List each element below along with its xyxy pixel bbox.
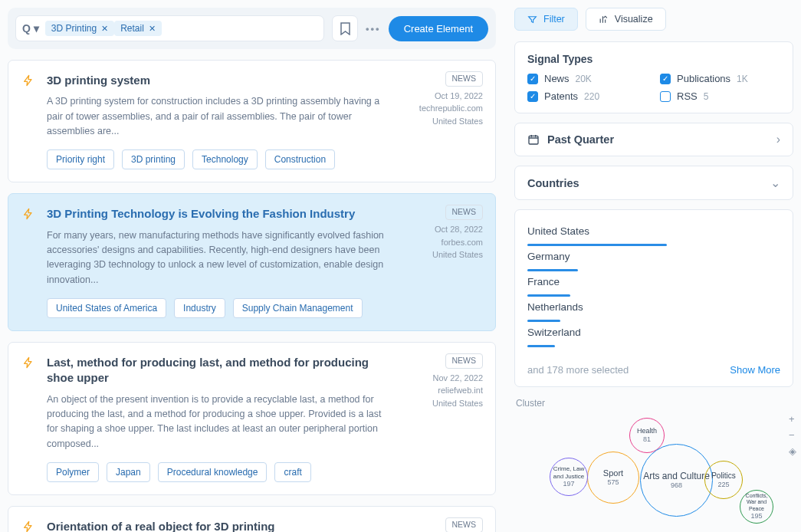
result-tag[interactable]: Priority right (47, 149, 114, 169)
bubble-name: Politics (711, 471, 736, 481)
signal-type-item[interactable]: ✓ Patents 220 (527, 90, 648, 102)
cluster-chart[interactable]: + − ◈ Health 81Sport 575Arts and Culture… (514, 413, 793, 532)
signal-count: 20K (576, 74, 592, 84)
country-name: Switzerland (527, 322, 780, 343)
country-item[interactable]: United States (527, 221, 780, 246)
show-more-link[interactable]: Show More (730, 364, 780, 376)
remove-chip-icon[interactable]: ✕ (101, 24, 108, 34)
bubble-name: Arts and Culture (643, 471, 710, 481)
country-item[interactable]: France (527, 271, 780, 297)
countries-panel: United States Germany France Netherlands… (514, 209, 793, 387)
result-tag[interactable]: Supply Chain Management (233, 298, 363, 318)
result-meta: NEWS Oct 28, 2022 forbes.com United Stat… (432, 205, 483, 261)
result-tag[interactable]: Technology (192, 149, 258, 169)
bubble-name: Conflicts, War and Peace (740, 493, 773, 512)
filter-button[interactable]: Filter (514, 8, 578, 31)
result-description: An object of the present invention is to… (47, 392, 395, 452)
country-name: France (527, 271, 780, 292)
result-card[interactable]: Last, method for producing last, and met… (8, 342, 496, 495)
bubble-count: 81 (643, 435, 651, 444)
past-quarter-label: Past Quarter (547, 133, 614, 146)
result-badge: NEWS (445, 205, 484, 220)
filter-chip[interactable]: Retail✕ (114, 21, 162, 36)
result-card[interactable]: Orientation of a real object for 3D prin… (8, 506, 496, 532)
cluster-bubble[interactable]: Conflicts, War and Peace 195 (740, 490, 773, 524)
bubble-count: 225 (717, 481, 729, 489)
result-tag[interactable]: 3D printing (122, 149, 185, 169)
chevron-down-icon: ⌄ (770, 176, 780, 190)
bolt-icon (22, 519, 38, 532)
cluster-bubble[interactable]: Arts and Culture 968 (640, 444, 713, 517)
country-name: Netherlands (527, 297, 780, 317)
result-tag[interactable]: Construction (265, 149, 335, 169)
bubble-name: Crime, Law and Justice (550, 465, 587, 480)
signal-type-item[interactable]: ✓ Publications 1K (660, 73, 780, 84)
result-meta: NEWS Nov 22, 2022 reliefweb.int United S… (432, 353, 483, 409)
result-tag[interactable]: Japan (107, 462, 150, 482)
zoom-out-button[interactable]: − (789, 429, 796, 441)
result-location: United States (432, 399, 483, 408)
svg-rect-0 (529, 136, 538, 144)
result-date: Oct 19, 2022 (435, 91, 483, 100)
result-location: United States (432, 117, 483, 126)
zoom-in-button[interactable]: + (789, 413, 796, 425)
search-input[interactable]: Q ▾ 3D Printing✕Retail✕ (15, 15, 324, 41)
cluster-bubble[interactable]: Politics 225 (704, 461, 743, 499)
result-tag[interactable]: Polymer (47, 462, 99, 482)
checkbox-icon (660, 91, 671, 102)
result-title: Orientation of a real object for 3D prin… (47, 519, 386, 532)
signal-label: Publications (677, 73, 730, 84)
result-description: A 3D printing system for construction in… (47, 94, 395, 139)
bubble-count: 195 (750, 512, 762, 521)
result-source: techrepublic.com (419, 103, 483, 113)
result-title: Last, method for producing last, and met… (47, 355, 386, 386)
search-icon: Q ▾ (22, 22, 39, 34)
result-badge: NEWS (445, 71, 484, 87)
country-item[interactable]: Netherlands (527, 297, 780, 322)
result-tag[interactable]: Industry (174, 298, 225, 318)
result-source: reliefweb.int (438, 386, 483, 395)
bookmark-button[interactable] (332, 15, 358, 41)
signal-count: 220 (584, 91, 599, 102)
result-date: Oct 28, 2022 (435, 225, 483, 234)
more-button[interactable]: ••• (366, 23, 381, 34)
result-card[interactable]: 3D printing system A 3D printing system … (8, 60, 496, 182)
signal-count: 1K (737, 74, 748, 84)
signal-label: Patents (544, 90, 578, 102)
signal-types-panel: Signal Types ✓ News 20K✓ Publications 1K… (514, 41, 793, 113)
result-tag[interactable]: craft (274, 462, 310, 482)
result-badge: NEWS (445, 353, 484, 369)
countries-row[interactable]: Countries ⌄ (514, 166, 793, 200)
bubble-name: Sport (603, 468, 623, 478)
country-name: Germany (527, 246, 780, 267)
signal-type-item[interactable]: ✓ News 20K (527, 73, 648, 84)
result-title: 3D printing system (47, 73, 386, 88)
checkbox-icon: ✓ (527, 74, 538, 84)
create-element-button[interactable]: Create Element (389, 16, 488, 41)
bolt-icon (22, 355, 38, 482)
signal-type-item[interactable]: RSS 5 (660, 90, 780, 102)
bubble-count: 968 (671, 481, 682, 490)
cluster-label: Cluster (516, 398, 793, 409)
cluster-bubble[interactable]: Crime, Law and Justice 197 (550, 458, 588, 496)
cluster-bubble[interactable]: Sport 575 (587, 452, 639, 504)
past-quarter-row[interactable]: Past Quarter › (514, 123, 793, 156)
filter-chip[interactable]: 3D Printing✕ (45, 21, 114, 36)
country-item[interactable]: Germany (527, 246, 780, 271)
result-location: United States (432, 250, 483, 259)
zoom-controls: + − ◈ (789, 413, 796, 457)
country-item[interactable]: Switzerland (527, 322, 780, 347)
bolt-icon (22, 73, 38, 169)
result-tag[interactable]: Procedural knowledge (158, 462, 268, 482)
bolt-icon (22, 206, 38, 318)
result-tag[interactable]: United States of America (47, 298, 166, 318)
chevron-right-icon: › (776, 133, 780, 146)
remove-chip-icon[interactable]: ✕ (149, 24, 156, 34)
result-title: 3D Printing Technology is Evolving the F… (47, 206, 386, 222)
result-date: Nov 22, 2022 (433, 373, 483, 383)
checkbox-icon: ✓ (527, 91, 538, 102)
zoom-reset-button[interactable]: ◈ (789, 445, 796, 457)
visualize-button[interactable]: Visualize (586, 8, 666, 31)
bubble-name: Health (637, 427, 657, 435)
result-card[interactable]: 3D Printing Technology is Evolving the F… (8, 193, 496, 331)
